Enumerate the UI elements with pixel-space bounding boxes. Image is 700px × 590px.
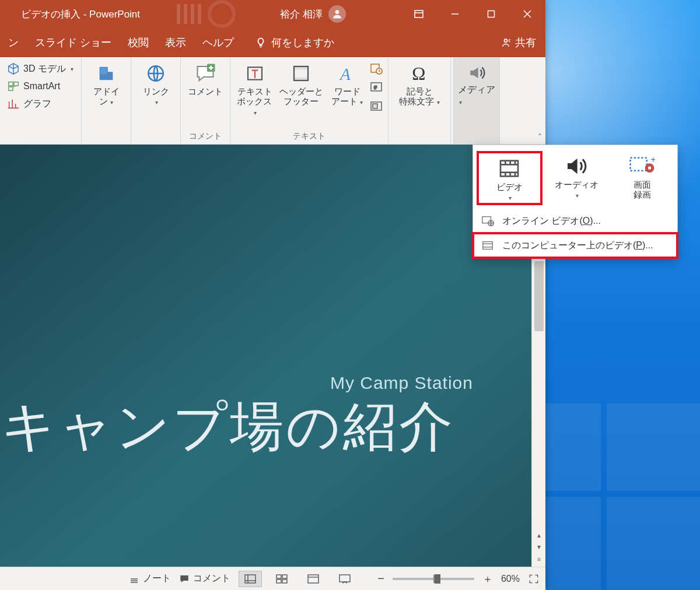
normal-view-button[interactable] [239,571,262,587]
textbox-icon [246,64,264,83]
textbox-button[interactable]: テキスト ボックス ▾ [235,61,275,117]
powerpoint-window: ビデオの挿入 - PowerPoint 裕介 相澤 [0,0,545,590]
share-button[interactable]: 共有 [500,36,536,50]
sorter-view-icon [276,574,288,584]
date-time-button[interactable] [369,61,383,77]
title-bar: ビデオの挿入 - PowerPoint 裕介 相澤 [0,0,545,28]
zoom-slider[interactable] [393,578,474,580]
maximize-button[interactable] [473,0,509,28]
normal-view-icon [244,574,256,584]
ribbon-group-comments: コメント コメント [181,57,230,144]
chart-button[interactable]: グラフ [5,96,54,112]
slide-workspace: My Camp Station キャンプ場の紹介 ▴ ▾ ≡ [0,145,545,567]
chevron-down-icon: ▾ [254,110,257,116]
slide-canvas[interactable]: My Camp Station キャンプ場の紹介 [0,145,531,567]
user-name: 裕介 相澤 [280,8,323,21]
close-button[interactable] [509,0,545,28]
ribbon-tabs: ン スライド ショー 校閲 表示 ヘルプ 何をしますか 共有 [0,28,545,57]
zoom-out-button[interactable]: − [377,572,384,585]
screen-recording-button[interactable]: + 画面 録画 [611,152,673,204]
collapse-ribbon-button[interactable]: ˄ [538,132,542,142]
audio-dropdown-button[interactable]: オーディオ▾ [546,152,607,204]
minimize-button[interactable] [437,0,473,28]
audio-speaker-icon [565,154,588,178]
chevron-down-icon: ▾ [109,99,114,106]
fit-to-window-button[interactable] [528,573,540,585]
wordart-button[interactable]: A ワード アート ▾ [327,61,367,107]
comments-button[interactable]: コメント [179,573,230,585]
new-comment-button[interactable]: コメント [186,61,225,96]
ribbon-display-options-button[interactable] [401,0,437,28]
link-icon [146,64,166,83]
slide-title: キャンプ場の紹介 [1,391,455,463]
svg-rect-34 [308,575,318,583]
user-avatar-icon [328,5,346,23]
slideshow-icon [339,574,351,584]
media-button[interactable]: メディア▾ [453,57,500,144]
addins-button[interactable]: アドイ ン ▾ [86,61,126,107]
notes-icon [129,574,139,584]
svg-rect-25 [373,104,377,108]
svg-rect-27 [245,575,256,583]
online-video-menu-item[interactable]: オンライン ビデオ(O)... [473,209,677,233]
chevron-down-icon: ▾ [359,99,363,106]
ribbon-tab-partial[interactable]: ン [0,28,27,57]
addin-icon [96,64,116,83]
scroll-down-button[interactable]: ▾ [532,541,545,553]
zoom-level[interactable]: 60% [501,574,520,584]
share-icon [500,37,512,48]
film-small-icon [481,239,494,252]
slide-sorter-view-button[interactable] [270,571,293,587]
video-dropdown-button[interactable]: ビデオ▾ [478,152,541,204]
scrollbar-thumb[interactable] [534,261,544,331]
chevron-down-icon: ▾ [459,99,462,106]
smartart-icon [7,80,20,93]
chevron-down-icon: ▾ [155,99,158,106]
lightbulb-icon [255,37,267,48]
ribbon: 3D モデル▾ SmartArt グラフ [0,57,545,145]
link-button[interactable]: リンク▾ [136,61,176,107]
svg-rect-36 [340,575,350,582]
svg-rect-3 [488,11,495,17]
slideshow-view-button[interactable] [333,571,356,587]
video-on-pc-label: このコンピューター上のビデオ(P)... [502,240,653,252]
header-footer-button[interactable]: ヘッダーと フッター [275,61,327,107]
svg-rect-33 [282,580,287,583]
slide-number-button[interactable]: # [369,79,383,96]
smartart-button[interactable]: SmartArt [5,78,62,94]
film-icon [498,157,521,180]
symbols-button[interactable]: Ω 記号と 特殊文字 ▾ [393,61,446,107]
svg-rect-30 [276,575,281,578]
ribbon-tab-review[interactable]: 校閲 [120,28,157,57]
notes-button[interactable]: ノート [129,573,171,585]
comment-icon [195,63,216,84]
ribbon-group-links: リンク▾ [131,57,181,144]
chevron-down-icon: ▾ [71,66,74,72]
3d-models-button[interactable]: 3D モデル▾ [5,61,76,77]
group-label-comments: コメント [181,129,230,144]
scroll-menu-button[interactable]: ≡ [532,554,545,564]
reading-view-icon [307,574,319,584]
wordart-icon: A [338,64,356,83]
tell-me-search[interactable]: 何をしますか [247,28,342,57]
speaker-icon [467,64,486,82]
svg-rect-9 [9,87,13,90]
ribbon-tab-slideshow[interactable]: スライド ショー [27,28,120,57]
scroll-up-button[interactable]: ▴ [532,529,545,541]
date-time-icon [369,62,383,76]
title-bar-decoration [175,0,236,28]
reading-view-button[interactable] [302,571,325,587]
svg-rect-32 [276,580,281,583]
video-on-pc-menu-item[interactable]: このコンピューター上のビデオ(P)... [473,233,677,258]
online-video-icon [481,215,494,227]
svg-rect-8 [14,82,18,86]
svg-rect-31 [282,575,287,578]
zoom-in-button[interactable]: ＋ [482,572,493,586]
chevron-down-icon: ▾ [435,99,440,106]
ribbon-tab-view[interactable]: 表示 [157,28,194,57]
media-flyout: ビデオ▾ オーディオ▾ + 画面 録画 オンライン ビデオ(O)... このコン… [473,145,678,258]
zoom-slider-thumb[interactable] [435,574,440,584]
object-button[interactable] [369,98,383,114]
account-button[interactable]: 裕介 相澤 [280,5,346,23]
ribbon-tab-help[interactable]: ヘルプ [194,28,242,57]
